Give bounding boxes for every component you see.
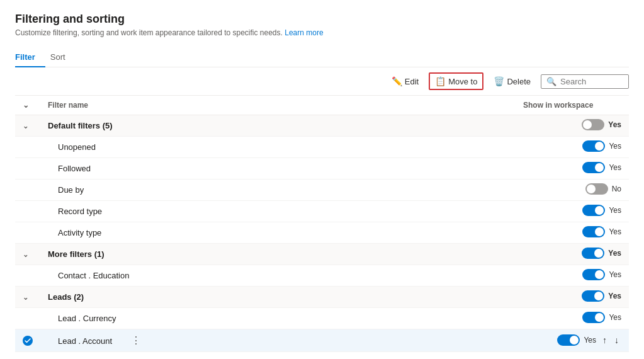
item-context-menu-lead-account[interactable]: ⋮ xyxy=(127,333,145,348)
table-row-followed[interactable]: Followed Yes xyxy=(15,158,629,180)
move-icon: 📋 xyxy=(435,76,446,86)
item-check-activity-type xyxy=(15,222,40,244)
learn-more-link[interactable]: Learn more xyxy=(285,28,323,37)
chevron-down-icon: ⌄ xyxy=(23,101,29,110)
group-label-leads: Leads (2) xyxy=(40,287,516,308)
item-toggle-activity-type[interactable]: Yes xyxy=(516,222,629,244)
delete-icon: 🗑️ xyxy=(494,76,504,86)
table-row-record-type[interactable]: Record type Yes xyxy=(15,201,629,222)
table-row-contact-education[interactable]: Contact . Education Yes xyxy=(15,265,629,287)
item-label-contact-education: Contact . Education xyxy=(40,265,516,287)
table-row-lead-account[interactable]: Lead . Account ⋮ Yes ↑ ↓ xyxy=(15,329,629,352)
move-arrows-lead-account: ↑ ↓ xyxy=(600,334,621,346)
edit-button[interactable]: ✏️ Edit xyxy=(387,74,424,89)
item-check-due-by xyxy=(15,180,40,201)
toggle-track-default-filters[interactable] xyxy=(582,119,604,130)
filter-table: ⌄ Filter name Show in workspace ⌄Default… xyxy=(15,96,629,352)
col-filter-name-header: Filter name xyxy=(40,96,516,115)
item-toggle-contact-education[interactable]: Yes xyxy=(516,265,629,287)
toggle-track-due-by[interactable] xyxy=(585,183,608,195)
item-check-lead-account xyxy=(15,329,40,352)
page-subtitle: Customize filtering, sorting and work it… xyxy=(15,28,629,37)
tab-sort[interactable]: Sort xyxy=(50,47,76,67)
group-row-leads[interactable]: ⌄Leads (2) Yes xyxy=(15,287,629,308)
item-label-followed: Followed xyxy=(40,158,516,180)
group-row-default-filters[interactable]: ⌄Default filters (5) Yes xyxy=(15,115,629,137)
table-row-activity-type[interactable]: Activity type Yes xyxy=(15,222,629,244)
toolbar: ✏️ Edit 📋 Move to 🗑️ Delete 🔍 xyxy=(15,67,629,96)
group-row-more-filters[interactable]: ⌄More filters (1) Yes xyxy=(15,244,629,265)
toggle-track-contact-education[interactable] xyxy=(582,269,605,280)
tabs-container: Filter Sort xyxy=(15,47,629,67)
move-to-button[interactable]: 📋 Move to xyxy=(429,72,483,90)
group-toggle-leads[interactable]: Yes xyxy=(516,287,629,308)
toggle-track-record-type[interactable] xyxy=(582,205,605,216)
item-label-activity-type: Activity type xyxy=(40,222,516,244)
col-workspace-header: Show in workspace xyxy=(516,96,629,115)
item-check-followed xyxy=(15,158,40,180)
toggle-track-more-filters[interactable] xyxy=(582,248,604,259)
toggle-track-followed[interactable] xyxy=(582,162,605,173)
col-check-header: ⌄ xyxy=(15,96,40,115)
group-check-default-filters: ⌄ xyxy=(15,115,40,137)
toggle-track-activity-type[interactable] xyxy=(582,226,605,237)
chevron-down-icon: ⌄ xyxy=(23,293,28,301)
item-label-unopened: Unopened xyxy=(40,137,516,158)
item-check-lead-currency xyxy=(15,308,40,329)
item-toggle-due-by[interactable]: No xyxy=(516,180,629,201)
toggle-track-lead-account[interactable] xyxy=(557,334,580,346)
group-toggle-default-filters[interactable]: Yes xyxy=(516,115,629,137)
search-input[interactable] xyxy=(560,77,623,86)
item-check-unopened xyxy=(15,137,40,158)
item-label-due-by: Due by xyxy=(40,180,516,201)
item-toggle-followed[interactable]: Yes xyxy=(516,158,629,180)
search-box: 🔍 xyxy=(541,74,629,89)
item-toggle-lead-currency[interactable]: Yes xyxy=(516,308,629,329)
search-icon: 🔍 xyxy=(546,77,556,86)
footer: Publish Cancel xyxy=(15,352,629,359)
edit-icon: ✏️ xyxy=(392,76,402,86)
toggle-track-leads[interactable] xyxy=(582,290,604,302)
item-label-lead-account: Lead . Account ⋮ xyxy=(40,329,516,352)
chevron-down-icon: ⌄ xyxy=(23,251,28,258)
chevron-down-icon: ⌄ xyxy=(23,122,28,130)
item-toggle-unopened[interactable]: Yes xyxy=(516,137,629,158)
table-row-unopened[interactable]: Unopened Yes xyxy=(15,137,629,158)
item-toggle-lead-account[interactable]: Yes ↑ ↓ xyxy=(516,329,629,352)
page-title: Filtering and sorting xyxy=(15,13,629,26)
item-check-record-type xyxy=(15,201,40,222)
group-label-more-filters: More filters (1) xyxy=(40,244,516,265)
group-label-default-filters: Default filters (5) xyxy=(40,115,516,137)
checkbox-checked-icon[interactable] xyxy=(23,336,33,346)
item-toggle-record-type[interactable]: Yes xyxy=(516,201,629,222)
table-row-due-by[interactable]: Due by No xyxy=(15,180,629,201)
item-label-record-type: Record type xyxy=(40,201,516,222)
toggle-track-unopened[interactable] xyxy=(582,140,605,152)
tab-filter[interactable]: Filter xyxy=(15,47,45,67)
item-label-lead-currency: Lead . Currency xyxy=(40,308,516,329)
table-row-lead-currency[interactable]: Lead . Currency Yes xyxy=(15,308,629,329)
group-check-leads: ⌄ xyxy=(15,287,40,308)
delete-button[interactable]: 🗑️ Delete xyxy=(489,74,536,89)
group-check-more-filters: ⌄ xyxy=(15,244,40,265)
group-toggle-more-filters[interactable]: Yes xyxy=(516,244,629,265)
move-up-button-lead-account[interactable]: ↑ xyxy=(600,334,609,346)
main-page: Filtering and sorting Customize filterin… xyxy=(0,0,644,359)
move-down-button-lead-account[interactable]: ↓ xyxy=(612,334,621,346)
item-check-contact-education xyxy=(15,265,40,287)
toggle-track-lead-currency[interactable] xyxy=(582,312,605,323)
